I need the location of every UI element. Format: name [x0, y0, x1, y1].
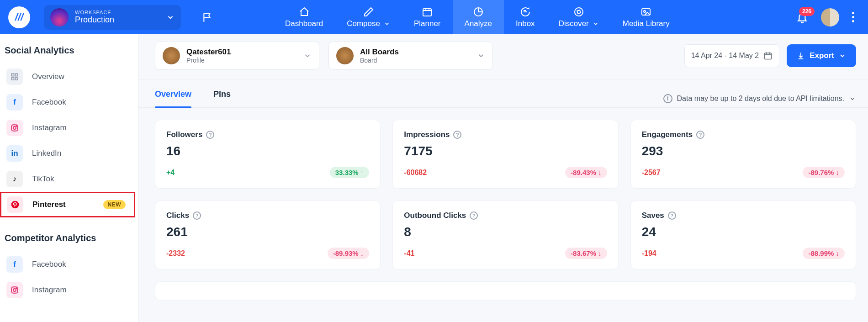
sidebar-item-label: LinkedIn: [32, 149, 61, 158]
sidebar-item-tiktok[interactable]: ♪ TikTok: [0, 166, 138, 192]
metric-change-pill: -89.93% ↓: [328, 248, 370, 259]
export-button[interactable]: Export: [787, 44, 856, 67]
chevron-down-icon: [384, 21, 390, 27]
board-sub: Board: [360, 57, 399, 64]
workspace-name: Production: [75, 15, 114, 25]
sidebar-item-label: Pinterest: [32, 200, 66, 209]
nav-inbox[interactable]: Inbox: [504, 0, 547, 34]
workspace-switcher[interactable]: WORKSPACE Production: [44, 5, 181, 30]
pinterest-icon: [7, 196, 23, 213]
help-icon[interactable]: ?: [668, 211, 676, 220]
nav-media-library[interactable]: Media Library: [611, 0, 682, 34]
linkedin-icon: in: [6, 145, 23, 162]
facebook-icon: f: [6, 94, 23, 111]
svg-rect-8: [11, 78, 14, 80]
metric-delta: -60682: [404, 169, 427, 177]
svg-point-16: [16, 288, 17, 289]
help-icon[interactable]: ?: [206, 131, 214, 139]
help-icon[interactable]: ?: [696, 131, 704, 139]
svg-point-11: [13, 127, 16, 129]
nav-discover[interactable]: Discover: [547, 0, 611, 34]
nav-analyze[interactable]: Analyze: [453, 0, 504, 34]
data-freshness-notice[interactable]: i Data may be up to 2 days old due to AP…: [663, 94, 856, 103]
grid-icon: [6, 69, 23, 85]
info-icon: i: [663, 94, 672, 103]
metric-change-pill: -89.76% ↓: [803, 167, 845, 178]
svg-rect-9: [16, 78, 18, 80]
instagram-icon: [6, 120, 23, 136]
metric-title: Outbound Clicks: [404, 211, 466, 220]
topnav-right: 226: [796, 8, 868, 26]
flag-icon[interactable]: [202, 11, 214, 23]
new-badge: NEW: [103, 200, 126, 209]
tab-overview[interactable]: Overview: [155, 90, 191, 107]
extra-panel: [155, 281, 856, 301]
metric-card: Followers?16+433.33% ↑: [155, 120, 381, 189]
notifications-button[interactable]: 226: [796, 11, 808, 23]
tab-pins[interactable]: Pins: [213, 90, 231, 107]
sidebar-item-label: Facebook: [32, 260, 66, 269]
metric-card: Engagements?293-2567-89.76% ↓: [630, 120, 856, 189]
board-selector[interactable]: All Boards Board: [328, 42, 493, 70]
brand-logo[interactable]: ///: [8, 6, 30, 28]
metric-title: Saves: [642, 211, 664, 220]
more-menu-icon[interactable]: [852, 12, 854, 22]
chevron-down-icon: [166, 13, 175, 21]
sidebar-section-competitor: Competitor Analytics: [0, 233, 138, 252]
svg-point-5: [644, 11, 646, 12]
nav-dashboard[interactable]: Dashboard: [273, 0, 335, 34]
primary-nav: Dashboard Compose Planner Analyze Inbox …: [273, 0, 682, 34]
metric-title: Clicks: [166, 211, 189, 220]
tiktok-icon: ♪: [6, 171, 23, 187]
svg-point-2: [575, 8, 583, 16]
nav-media-label: Media Library: [623, 19, 670, 28]
sidebar-item-overview[interactable]: Overview: [0, 64, 138, 90]
sidebar-item-facebook[interactable]: f Facebook: [0, 90, 138, 115]
board-avatar: [336, 47, 354, 64]
metric-card: Impressions?7175-60682-89.43% ↓: [392, 120, 618, 189]
profile-avatar: [163, 47, 180, 64]
calendar-icon: [763, 51, 773, 60]
date-range-picker[interactable]: 14 Apr 24 - 14 May 2: [684, 44, 780, 67]
date-range-text: 14 Apr 24 - 14 May 2: [691, 52, 759, 60]
profile-selector[interactable]: Qatester601 Profile: [155, 42, 319, 70]
svg-point-15: [13, 289, 16, 291]
sidebar-item-label: Overview: [32, 72, 64, 81]
metric-change-pill: -89.43% ↓: [565, 167, 607, 178]
user-avatar[interactable]: [821, 8, 839, 26]
metric-delta: -2567: [642, 169, 661, 177]
metric-value: 8: [404, 225, 607, 239]
help-icon[interactable]: ?: [453, 131, 461, 139]
export-label: Export: [810, 51, 834, 60]
metric-value: 293: [642, 144, 845, 158]
svg-marker-3: [577, 10, 581, 14]
metric-change-pill: 33.33% ↑: [330, 167, 370, 178]
svg-rect-17: [765, 53, 772, 59]
sidebar-item-instagram[interactable]: Instagram: [0, 115, 138, 141]
metric-value: 16: [166, 144, 369, 158]
nav-compose[interactable]: Compose: [335, 0, 402, 34]
sidebar-item-linkedin[interactable]: in LinkedIn: [0, 141, 138, 166]
nav-compose-label: Compose: [347, 19, 380, 28]
chevron-down-icon: [593, 21, 599, 27]
nav-analyze-label: Analyze: [465, 19, 492, 28]
workspace-label: WORKSPACE: [75, 10, 114, 15]
chevron-down-icon: [477, 52, 485, 60]
metric-value: 24: [642, 225, 845, 239]
metric-change-pill: -88.99% ↓: [803, 248, 845, 259]
sidebar-item-pinterest[interactable]: Pinterest NEW: [0, 192, 135, 217]
metric-card: Outbound Clicks?8-41-83.67% ↓: [392, 201, 618, 269]
help-icon[interactable]: ?: [193, 211, 201, 220]
nav-planner[interactable]: Planner: [402, 0, 453, 34]
metric-delta: +4: [166, 169, 175, 177]
help-icon[interactable]: ?: [470, 211, 478, 220]
profile-name: Qatester601: [186, 48, 231, 57]
chevron-down-icon: [303, 52, 312, 60]
sidebar-comp-instagram[interactable]: Instagram: [0, 277, 138, 303]
facebook-icon: f: [6, 256, 23, 273]
main-content: Qatester601 Profile All Boards Board 14 …: [138, 34, 868, 322]
metric-title: Impressions: [404, 130, 450, 139]
selector-row: Qatester601 Profile All Boards Board 14 …: [155, 42, 856, 70]
sidebar-item-label: Instagram: [32, 285, 67, 295]
sidebar-comp-facebook[interactable]: f Facebook: [0, 252, 138, 277]
